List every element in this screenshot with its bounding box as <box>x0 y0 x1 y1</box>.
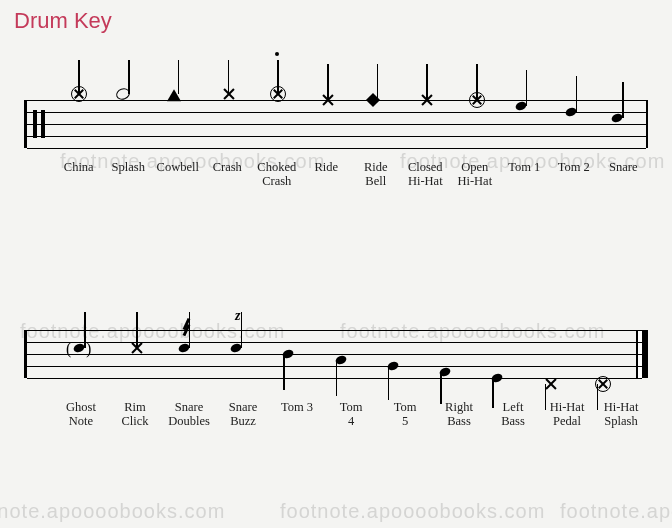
label: Tom 3 <box>270 400 324 429</box>
label: Tom 1 <box>500 160 550 189</box>
note-area: ( ) z <box>57 290 638 410</box>
watermark: footnote.apoooobooks.com <box>280 500 545 523</box>
label: Tom 2 <box>549 160 599 189</box>
staff-row-2: ( ) z <box>24 330 648 378</box>
page-title: Drum Key <box>14 8 112 34</box>
label: Tom 4 <box>324 400 378 429</box>
staff: ( ) z <box>24 330 648 378</box>
label: Ride <box>302 160 352 189</box>
labels-row-2: Ghost Note Rim Click Snare Doubles Snare… <box>54 400 648 429</box>
label: Open Hi-Hat <box>450 160 500 189</box>
label: China <box>54 160 104 189</box>
label: Crash <box>203 160 253 189</box>
label: Left Bass <box>486 400 540 429</box>
label: Tom 5 <box>378 400 432 429</box>
label: Ghost Note <box>54 400 108 429</box>
label: Snare Doubles <box>162 400 216 429</box>
label: Snare <box>599 160 649 189</box>
label: Snare Buzz <box>216 400 270 429</box>
label: Ride Bell <box>351 160 401 189</box>
label: Closed Hi-Hat <box>401 160 451 189</box>
watermark: footnote.apoooobooks.com <box>0 500 225 523</box>
label: Right Bass <box>432 400 486 429</box>
label: Hi-Hat Pedal <box>540 400 594 429</box>
staff <box>24 100 648 148</box>
label: Hi-Hat Splash <box>594 400 648 429</box>
staff-row-1 <box>24 100 648 148</box>
labels-row-1: China Splash Cowbell Crash Choked Crash … <box>54 160 648 189</box>
label: Splash <box>104 160 154 189</box>
label: Rim Click <box>108 400 162 429</box>
percussion-clef-icon <box>33 110 45 138</box>
watermark: footnote.apoooobooks.com <box>560 500 672 523</box>
label: Choked Crash <box>252 160 302 189</box>
label: Cowbell <box>153 160 203 189</box>
